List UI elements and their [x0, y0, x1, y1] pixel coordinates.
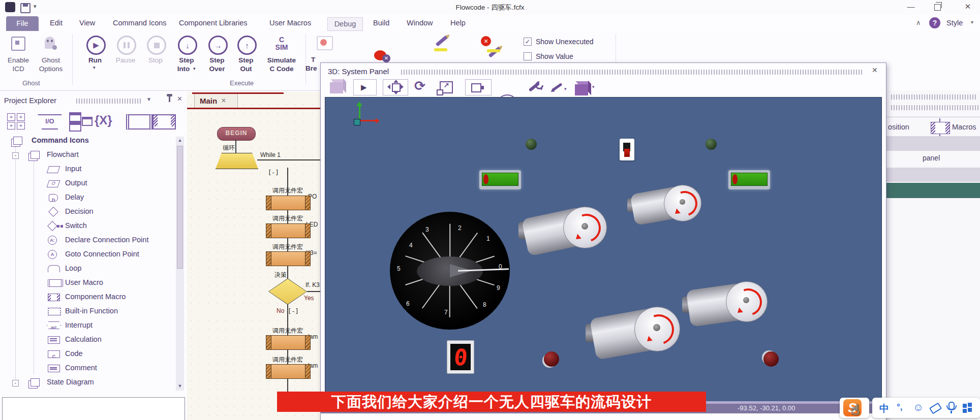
plus-cell-icon: +: [17, 122, 25, 130]
menu-user-macros[interactable]: User Macros: [269, 19, 311, 27]
run-simulation-button[interactable]: ▶: [353, 79, 377, 95]
variables-tab[interactable]: {X}: [95, 113, 112, 127]
motor[interactable]: [586, 307, 680, 363]
seven-segment-display[interactable]: 0: [447, 340, 474, 374]
tree-scrollbar[interactable]: ▲ ▼: [176, 137, 184, 391]
rotary-switch[interactable]: 0 1 2 3 4 5 6 7 8 9: [390, 212, 510, 330]
component-macro-node[interactable]: [266, 335, 311, 350]
expander-icon[interactable]: -: [12, 152, 19, 159]
clear-breakpoints-icon[interactable]: ✕: [374, 50, 386, 60]
menu-view[interactable]: View: [79, 19, 95, 27]
panel-menu-caret-icon[interactable]: ▼: [146, 96, 151, 102]
io-tab[interactable]: I/O: [36, 114, 64, 130]
panel-row-label[interactable]: panel: [923, 154, 940, 162]
led-red[interactable]: [763, 351, 779, 367]
collapse-marker[interactable]: [-]: [268, 169, 279, 176]
menu-debug[interactable]: Debug: [327, 17, 363, 31]
restore-button[interactable]: [934, 4, 941, 11]
tab-close-icon[interactable]: ✕: [221, 94, 226, 108]
punctuation-icon[interactable]: °,: [897, 402, 903, 412]
battery-pack[interactable]: [728, 170, 770, 189]
component-macro-node[interactable]: [266, 251, 311, 266]
menu-window[interactable]: Window: [407, 19, 433, 27]
component-macro-node[interactable]: [266, 364, 311, 379]
handwriting-icon[interactable]: [929, 402, 942, 414]
scrollbar-thumb[interactable]: [177, 146, 183, 269]
windows-tab[interactable]: [68, 112, 91, 131]
ghost-options-button[interactable]: Ghost Options: [35, 35, 67, 83]
menu-command-icons[interactable]: Command Icons: [113, 19, 167, 27]
table-row-selected[interactable]: [886, 183, 980, 198]
caret: ▾: [564, 86, 567, 91]
tree-label: Decision: [65, 207, 94, 215]
table-row[interactable]: [886, 136, 980, 151]
tools-wrench-icon[interactable]: ▾: [527, 81, 544, 93]
battery-pack[interactable]: [479, 170, 521, 189]
motor-axle: [653, 324, 660, 331]
component-macro-node[interactable]: [266, 223, 311, 238]
panel-bounds-button[interactable]: [465, 79, 492, 95]
user-macro-tab[interactable]: [126, 114, 152, 130]
3d-window-close-icon[interactable]: ✕: [872, 66, 878, 74]
dial-number: 8: [483, 301, 486, 308]
dock-header-dots[interactable]: [891, 94, 976, 100]
hand-cursor-icon: ☝: [851, 401, 860, 418]
close-button[interactable]: ✕: [958, 2, 978, 11]
stem: [939, 118, 940, 122]
loop-start-node[interactable]: [216, 153, 258, 169]
show-code-icon[interactable]: [433, 35, 453, 52]
plus-cell-icon: +: [7, 113, 15, 121]
scroll-down-icon[interactable]: ▼: [176, 383, 184, 389]
component-macro-tab[interactable]: [152, 114, 176, 130]
collapse-marker[interactable]: [-]: [288, 308, 299, 315]
dock-header-dots[interactable]: [891, 105, 980, 110]
led-green-off[interactable]: [526, 139, 537, 150]
style-menu[interactable]: Style: [946, 19, 963, 27]
x-badge-icon: ✕: [382, 54, 390, 62]
led-green-off[interactable]: [706, 139, 717, 150]
microphone-icon[interactable]: [946, 402, 957, 414]
ribbon-collapse-icon[interactable]: ∧: [916, 19, 921, 26]
chinese-mode-icon[interactable]: 中: [879, 402, 889, 415]
tab-main[interactable]: Main ✕: [194, 94, 238, 108]
panel-drag-dots[interactable]: [76, 99, 141, 104]
menu-edit[interactable]: Edit: [50, 19, 63, 27]
move-tool-button[interactable]: [383, 79, 408, 95]
toggle-switch[interactable]: [620, 139, 634, 160]
target-window-icon[interactable]: [317, 36, 333, 50]
menu-file[interactable]: File: [6, 16, 39, 31]
component-macro-node[interactable]: [266, 196, 311, 210]
help-icon[interactable]: ?: [929, 17, 940, 28]
yes-label: Yes: [304, 295, 314, 302]
reset-code-icon[interactable]: ✕: [481, 35, 504, 52]
world-style-cube-icon[interactable]: ▾: [574, 80, 596, 94]
orbit-tool-icon[interactable]: ⟳: [414, 78, 425, 94]
decision-node[interactable]: [269, 279, 307, 304]
menu-build[interactable]: Build: [373, 19, 389, 27]
scroll-up-icon[interactable]: ▲: [176, 138, 184, 143]
enable-icd-button[interactable]: Enable ICD: [4, 35, 33, 83]
run-caret-icon: ▾: [93, 65, 96, 70]
expander-icon[interactable]: -: [12, 380, 19, 386]
grid-icons-tab[interactable]: + + + +: [6, 112, 27, 130]
window-drag-dots[interactable]: [401, 70, 864, 75]
menu-component-libraries[interactable]: Component Libraries: [179, 19, 248, 27]
begin-node[interactable]: BEGIN: [217, 127, 256, 141]
motor[interactable]: [682, 281, 768, 331]
motor[interactable]: [518, 207, 605, 257]
right-dock-panel: osition Macros panel: [886, 90, 980, 420]
toolbox-grid-icon[interactable]: [963, 403, 973, 413]
3d-viewport[interactable]: 0 1 2 3 4 5 6 7 8 9: [325, 97, 882, 403]
motor[interactable]: [627, 185, 701, 230]
pin-icon[interactable]: [169, 96, 170, 102]
table-row[interactable]: [886, 168, 980, 182]
menu-help[interactable]: Help: [450, 19, 466, 27]
minimize-button[interactable]: —: [901, 2, 921, 11]
resize-tool-icon[interactable]: ↗: [440, 81, 453, 93]
paint-brush-icon[interactable]: ▾: [550, 81, 569, 93]
pages-icon: [30, 378, 40, 386]
emoji-icon[interactable]: ☺: [913, 401, 924, 413]
tree-label: Component Macro: [65, 293, 126, 301]
led-red[interactable]: [544, 351, 559, 367]
panel-close-icon[interactable]: ✕: [177, 95, 182, 103]
